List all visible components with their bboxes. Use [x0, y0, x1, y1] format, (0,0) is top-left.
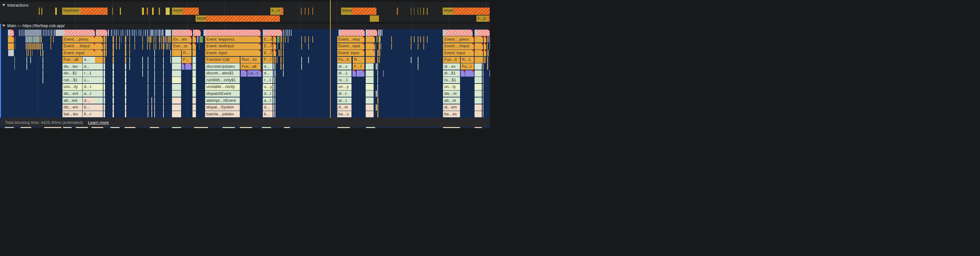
task-bar[interactable]: Task	[474, 30, 490, 36]
flame-bar[interactable]	[40, 50, 41, 56]
flame-bar[interactable]	[129, 50, 130, 56]
flame-bar[interactable]	[14, 64, 15, 70]
flame-bar[interactable]	[380, 30, 381, 36]
flame-bar[interactable]: ru…$1	[443, 77, 460, 83]
flame-bar[interactable]	[275, 111, 275, 117]
flame-bar[interactable]: Event:…press	[62, 36, 95, 43]
flame-bar[interactable]	[484, 50, 486, 56]
flame-bar[interactable]	[391, 43, 392, 49]
flame-bar[interactable]	[125, 36, 126, 43]
flame-bar[interactable]	[291, 30, 291, 36]
flame-bar[interactable]	[151, 30, 151, 36]
flame-bar[interactable]	[113, 84, 114, 90]
flame-bar[interactable]	[95, 36, 103, 43]
flame-bar[interactable]	[126, 30, 126, 36]
flame-bar[interactable]	[45, 30, 45, 36]
flame-bar[interactable]	[172, 97, 181, 104]
task-bar[interactable]: T…	[193, 30, 200, 36]
flame-bar[interactable]	[163, 91, 164, 97]
flame-bar[interactable]	[129, 30, 130, 36]
flame-bar[interactable]	[106, 43, 107, 49]
flame-bar[interactable]	[474, 84, 482, 90]
flame-bar[interactable]	[43, 77, 43, 83]
flame-bar[interactable]	[382, 30, 382, 36]
flame-bar[interactable]	[113, 97, 114, 104]
learn-more-link[interactable]: Learn more	[88, 120, 109, 125]
flame-bar[interactable]	[29, 43, 30, 49]
flame-bar[interactable]	[273, 50, 276, 56]
flame-bar[interactable]	[366, 77, 374, 83]
flame-bar[interactable]: d…	[83, 97, 95, 104]
flame-bar[interactable]	[103, 91, 105, 97]
flame-bar[interactable]	[285, 30, 285, 36]
flame-bar[interactable]	[273, 70, 273, 76]
flame-bar[interactable]	[26, 36, 27, 43]
flame-bar[interactable]	[366, 57, 375, 63]
interaction-bar[interactable]: k…p	[476, 16, 490, 22]
flame-bar[interactable]	[273, 97, 274, 104]
flame-bar[interactable]	[159, 36, 160, 43]
flame-bar[interactable]	[8, 36, 14, 43]
flame-bar[interactable]	[154, 43, 154, 49]
task-bar[interactable]: Task	[339, 30, 365, 36]
flame-bar[interactable]	[308, 36, 309, 43]
flame-bar[interactable]	[113, 77, 114, 83]
flame-bar[interactable]	[162, 36, 162, 43]
flame-bar[interactable]: La…t	[247, 70, 262, 76]
flame-bar[interactable]	[31, 36, 32, 43]
flame-bar[interactable]	[113, 36, 114, 43]
flame-bar[interactable]	[151, 104, 152, 111]
flame-bar[interactable]	[192, 104, 196, 111]
flame-bar[interactable]: d…	[83, 57, 95, 63]
flame-bar[interactable]	[160, 30, 160, 36]
flame-bar[interactable]	[15, 43, 16, 49]
flame-bar[interactable]	[275, 64, 275, 70]
flame-bar[interactable]	[377, 84, 378, 90]
flame-bar[interactable]	[147, 43, 148, 49]
flame-bar[interactable]: at…t	[337, 97, 352, 104]
flame-bar[interactable]	[474, 50, 483, 56]
flame-bar[interactable]	[163, 97, 164, 104]
flame-bar[interactable]	[25, 30, 26, 36]
flame-bar[interactable]	[378, 30, 380, 36]
flame-bar[interactable]	[274, 70, 275, 76]
task-bar[interactable]: Task	[366, 30, 377, 36]
flame-bar[interactable]	[30, 43, 31, 49]
flame-bar[interactable]	[483, 70, 484, 76]
flame-bar[interactable]	[483, 104, 484, 111]
flame-bar[interactable]	[19, 30, 19, 36]
interaction-bar[interactable]	[397, 8, 398, 15]
flame-bar[interactable]	[125, 64, 126, 70]
flame-bar[interactable]: Event: input	[443, 50, 474, 56]
flame-bar[interactable]	[27, 50, 27, 56]
interaction-bar[interactable]	[159, 8, 160, 15]
flame-bar[interactable]	[161, 30, 162, 36]
flame-bar[interactable]	[136, 30, 137, 36]
flame-bar[interactable]: attempt…hEvent	[205, 97, 240, 104]
flame-bar[interactable]	[192, 57, 196, 63]
flame-bar[interactable]	[32, 36, 32, 43]
flame-bar[interactable]	[172, 91, 181, 97]
flame-bar[interactable]	[377, 104, 378, 111]
interaction-bar[interactable]	[312, 8, 313, 15]
flame-bar[interactable]	[53, 30, 54, 36]
flame-bar[interactable]	[119, 43, 120, 49]
flame-bar[interactable]	[95, 84, 103, 90]
flame-bar[interactable]: E…t	[263, 43, 273, 49]
flame-bar[interactable]	[14, 57, 15, 63]
flame-bar[interactable]	[32, 43, 32, 49]
flame-bar[interactable]	[163, 36, 164, 43]
interaction-bar[interactable]	[411, 8, 411, 15]
flame-bar[interactable]: a…t	[263, 97, 273, 104]
interaction-bar[interactable]: keydown	[172, 8, 199, 15]
flame-bar[interactable]: ru…1	[337, 77, 352, 83]
flame-bar[interactable]	[95, 70, 103, 76]
flame-bar[interactable]	[143, 30, 144, 36]
flame-bar[interactable]	[43, 30, 43, 36]
flame-bar[interactable]	[375, 43, 376, 49]
flame-bar[interactable]	[285, 36, 286, 43]
flame-bar[interactable]	[301, 57, 302, 63]
flame-bar[interactable]: di…t	[337, 91, 352, 97]
task-bar[interactable]: Task	[96, 30, 108, 36]
flame-bar[interactable]	[95, 50, 103, 56]
